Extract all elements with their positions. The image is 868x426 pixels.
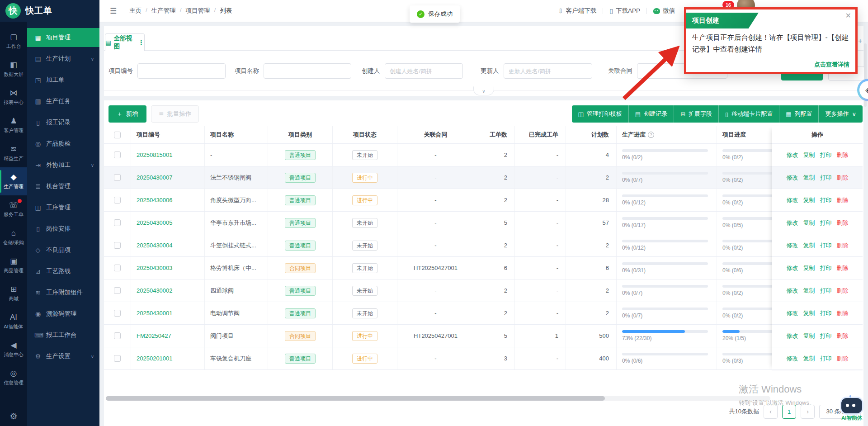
rail-item-仓储/采购[interactable]: ⌂仓储/采购 (0, 223, 27, 251)
action-复制[interactable]: 复制 (803, 196, 815, 204)
rail-item-精益生产[interactable]: ≋精益生产 (0, 139, 27, 167)
project-code-link[interactable]: FM20250427 (137, 332, 171, 339)
batch-actions-button[interactable]: ≣批量操作 (151, 105, 199, 123)
toolbar-button-more[interactable]: 更多操作∨ (819, 105, 863, 123)
menu-item-工序附加组件[interactable]: ≋工序附加组件 (27, 283, 99, 302)
action-打印[interactable]: 打印 (820, 355, 832, 363)
action-修改[interactable]: 修改 (787, 309, 798, 317)
prev-page-button[interactable]: ‹ (764, 405, 778, 419)
toolbar-button-扩展字段[interactable]: ⊞扩展字段 (674, 105, 719, 123)
row-checkbox[interactable] (114, 332, 121, 339)
project-code-link[interactable]: 20250430004 (137, 242, 173, 249)
breadcrumb-item[interactable]: 项目管理 (186, 7, 210, 15)
menu-item-溯源码管理[interactable]: ◉溯源码管理 (27, 304, 99, 323)
add-project-button[interactable]: ＋新增 (108, 105, 146, 123)
menu-item-项目管理[interactable]: ▦项目管理 (27, 28, 99, 47)
action-打印[interactable]: 打印 (820, 287, 832, 295)
action-删除[interactable]: 删除 (837, 332, 849, 340)
action-复制[interactable]: 复制 (803, 355, 815, 363)
menu-item-外协加工[interactable]: ⇥外协加工∨ (27, 156, 99, 175)
collapse-sidebar-icon[interactable]: ☰ (110, 6, 117, 16)
rail-item-信息管理[interactable]: ◎信息管理 (0, 364, 27, 392)
row-checkbox[interactable] (114, 197, 121, 204)
next-page-button[interactable]: › (801, 405, 815, 419)
menu-item-岗位安排[interactable]: ▯岗位安排 (27, 219, 99, 238)
action-修改[interactable]: 修改 (787, 332, 798, 340)
action-复制[interactable]: 复制 (803, 264, 815, 272)
row-checkbox[interactable] (114, 355, 121, 362)
horizontal-scrollbar-thumb[interactable] (106, 396, 605, 401)
toolbar-button-列配置[interactable]: ▦列配置 (779, 105, 819, 123)
action-打印[interactable]: 打印 (820, 151, 832, 159)
project-code-link[interactable]: 20250430007 (137, 174, 173, 181)
menu-item-生产计划[interactable]: ▤生产计划∨ (27, 49, 99, 68)
rail-item-服务工单[interactable]: ☏服务工单 (0, 195, 27, 223)
action-打印[interactable]: 打印 (820, 196, 832, 204)
action-删除[interactable]: 删除 (837, 174, 849, 182)
row-checkbox[interactable] (114, 310, 121, 317)
project-code-link[interactable]: 20250430005 (137, 219, 173, 226)
action-删除[interactable]: 删除 (837, 196, 849, 204)
action-打印[interactable]: 打印 (820, 174, 832, 182)
rail-item-消息中心[interactable]: ◀消息中心 (0, 336, 27, 364)
action-复制[interactable]: 复制 (803, 241, 815, 250)
action-复制[interactable]: 复制 (803, 287, 815, 295)
topbar-link-客户端下载[interactable]: ⇩客户端下载 (558, 7, 596, 15)
settings-gear-icon[interactable]: ⚙ (0, 411, 27, 421)
toolbar-button-管理打印模板[interactable]: ◫管理打印模板 (572, 105, 629, 123)
menu-item-报工工作台[interactable]: ⌨报工工作台 (27, 326, 99, 345)
row-checkbox[interactable] (114, 174, 121, 181)
filter-input-更新人[interactable] (504, 63, 592, 79)
project-code-link[interactable]: 20250815001 (137, 151, 173, 158)
help-icon[interactable]: ? (648, 132, 654, 138)
row-checkbox[interactable] (114, 151, 121, 158)
action-打印[interactable]: 打印 (820, 309, 832, 317)
add-view-button[interactable]: + (858, 37, 862, 45)
breadcrumb-item[interactable]: 生产管理 (151, 7, 176, 15)
rail-item-商城[interactable]: ⊞商城 (0, 279, 27, 308)
row-checkbox[interactable] (114, 287, 121, 294)
rail-item-生产管理[interactable]: ◆生产管理 (0, 167, 27, 195)
action-修改[interactable]: 修改 (787, 196, 798, 204)
action-删除[interactable]: 删除 (837, 287, 849, 295)
rail-item-数据大屏[interactable]: ◧数据大屏 (0, 55, 27, 83)
project-code-link[interactable]: 20250430003 (137, 265, 173, 271)
action-复制[interactable]: 复制 (803, 219, 815, 227)
filter-input-创建人[interactable] (385, 63, 463, 79)
view-details-link[interactable]: 点击查看详情 (814, 61, 849, 69)
action-修改[interactable]: 修改 (787, 287, 798, 295)
filter-input-项目名称[interactable] (264, 63, 351, 79)
rail-item-商品管理[interactable]: ▣商品管理 (0, 251, 27, 279)
action-复制[interactable]: 复制 (803, 151, 815, 159)
row-checkbox[interactable] (114, 219, 121, 226)
action-打印[interactable]: 打印 (820, 219, 832, 227)
rail-item-AI智能体[interactable]: AIAI智能体 (0, 308, 27, 336)
breadcrumb-item[interactable]: 主页 (129, 7, 142, 15)
action-修改[interactable]: 修改 (787, 219, 798, 227)
filter-collapse-toggle[interactable]: ∨ (473, 86, 494, 95)
menu-item-不良品项[interactable]: ◇不良品项 (27, 241, 99, 260)
tab-more-icon[interactable]: ⋮ (138, 39, 145, 46)
filter-input-项目编号[interactable] (137, 63, 226, 79)
tab-all-views[interactable]: ▤ 全部视图 ⋮ (105, 33, 145, 51)
project-code-link[interactable]: 20250430006 (137, 197, 173, 204)
action-删除[interactable]: 删除 (837, 355, 849, 363)
menu-item-产品质检[interactable]: ◎产品质检 (27, 134, 99, 153)
toolbar-button-移动端卡片配置[interactable]: ▯移动端卡片配置 (719, 105, 779, 123)
action-打印[interactable]: 打印 (820, 264, 832, 272)
menu-item-工艺路线[interactable]: ⊿工艺路线 (27, 262, 99, 281)
menu-item-生产设置[interactable]: ⚙生产设置∨ (27, 347, 99, 366)
menu-item-工序管理[interactable]: ◫工序管理 (27, 198, 99, 217)
row-checkbox[interactable] (114, 265, 121, 271)
action-修改[interactable]: 修改 (787, 355, 798, 363)
menu-item-机台管理[interactable]: ≣机台管理 (27, 177, 99, 196)
project-code-link[interactable]: 20250430001 (137, 310, 173, 317)
current-page[interactable]: 1 (782, 405, 796, 419)
menu-item-生产任务[interactable]: ▥生产任务 (27, 92, 99, 111)
row-checkbox[interactable] (114, 242, 121, 249)
ai-agent-fab[interactable]: AI智能体 (837, 398, 866, 421)
action-复制[interactable]: 复制 (803, 174, 815, 182)
action-修改[interactable]: 修改 (787, 241, 798, 250)
action-删除[interactable]: 删除 (837, 151, 849, 159)
action-删除[interactable]: 删除 (837, 241, 849, 250)
